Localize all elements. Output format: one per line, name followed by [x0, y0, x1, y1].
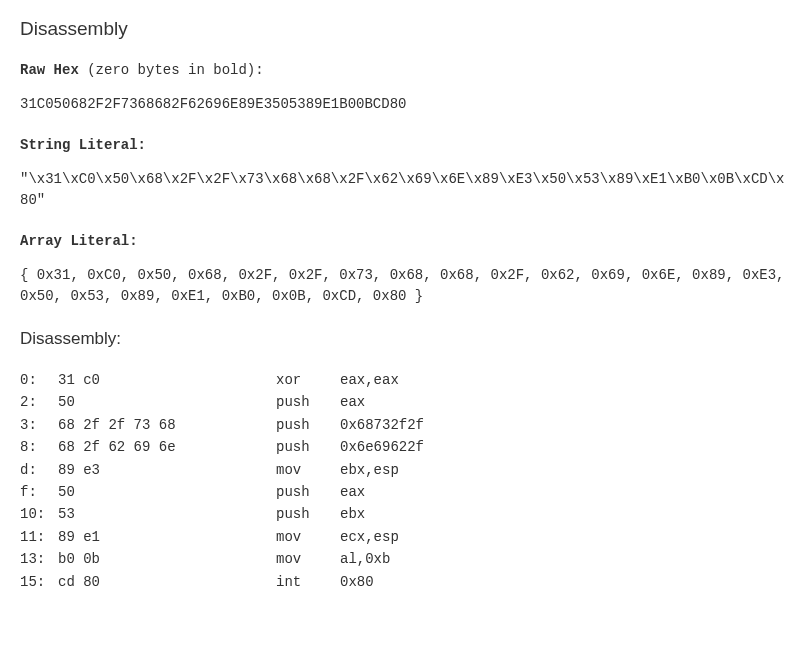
string-literal-value: "\x31\xC0\x50\x68\x2F\x2F\x73\x68\x68\x2… [20, 169, 787, 211]
disasm-mnemonic: mov [276, 548, 340, 570]
disasm-operands: al,0xb [340, 548, 390, 570]
array-literal-value: { 0x31, 0xC0, 0x50, 0x68, 0x2F, 0x2F, 0x… [20, 265, 787, 307]
disasm-row: f:50pusheax [20, 481, 787, 503]
disasm-bytes: 53 [58, 503, 276, 525]
disasm-operands: eax [340, 481, 365, 503]
disasm-offset: 8: [20, 436, 58, 458]
disasm-mnemonic: mov [276, 459, 340, 481]
array-literal-label: Array Literal: [20, 233, 787, 249]
disasm-row: 8:68 2f 62 69 6epush0x6e69622f [20, 436, 787, 458]
page-title: Disassembly [20, 18, 787, 40]
disasm-bytes: 89 e3 [58, 459, 276, 481]
disasm-bytes: 50 [58, 481, 276, 503]
disasm-row: 0:31 c0xoreax,eax [20, 369, 787, 391]
disasm-operands: 0x6e69622f [340, 436, 424, 458]
disasm-mnemonic: push [276, 391, 340, 413]
disasm-operands: ecx,esp [340, 526, 399, 548]
disasm-offset: 0: [20, 369, 58, 391]
disasm-row: 15:cd 80int0x80 [20, 571, 787, 593]
raw-hex-value: 31C050682F2F7368682F62696E89E3505389E1B0… [20, 94, 787, 115]
disasm-operands: eax,eax [340, 369, 399, 391]
disasm-offset: 11: [20, 526, 58, 548]
disasm-offset: 10: [20, 503, 58, 525]
disasm-operands: ebx [340, 503, 365, 525]
disasm-mnemonic: xor [276, 369, 340, 391]
disasm-operands: ebx,esp [340, 459, 399, 481]
string-literal-label: String Literal: [20, 137, 787, 153]
disasm-offset: d: [20, 459, 58, 481]
disasm-bytes: 89 e1 [58, 526, 276, 548]
disasm-row: 13:b0 0bmoval,0xb [20, 548, 787, 570]
disasm-bytes: 50 [58, 391, 276, 413]
disasm-row: 11:89 e1movecx,esp [20, 526, 787, 548]
disasm-mnemonic: push [276, 503, 340, 525]
disasm-operands: 0x80 [340, 571, 374, 593]
disasm-operands: 0x68732f2f [340, 414, 424, 436]
disasm-row: 10:53pushebx [20, 503, 787, 525]
disasm-bytes: 68 2f 62 69 6e [58, 436, 276, 458]
disasm-offset: 3: [20, 414, 58, 436]
disasm-bytes: 31 c0 [58, 369, 276, 391]
disasm-offset: 15: [20, 571, 58, 593]
disasm-mnemonic: push [276, 481, 340, 503]
disassembly-heading: Disassembly: [20, 329, 787, 349]
disasm-mnemonic: int [276, 571, 340, 593]
disasm-mnemonic: push [276, 436, 340, 458]
disasm-row: 2:50pusheax [20, 391, 787, 413]
disasm-row: 3:68 2f 2f 73 68push0x68732f2f [20, 414, 787, 436]
raw-hex-label: Raw Hex (zero bytes in bold): [20, 62, 787, 78]
raw-hex-label-bold: Raw Hex [20, 62, 79, 78]
disasm-bytes: cd 80 [58, 571, 276, 593]
disasm-offset: 13: [20, 548, 58, 570]
disasm-mnemonic: push [276, 414, 340, 436]
raw-hex-label-note: (zero bytes in bold): [79, 62, 264, 78]
disasm-offset: f: [20, 481, 58, 503]
disasm-mnemonic: mov [276, 526, 340, 548]
disasm-bytes: 68 2f 2f 73 68 [58, 414, 276, 436]
disassembly-table: 0:31 c0xoreax,eax2:50pusheax3:68 2f 2f 7… [20, 369, 787, 593]
disasm-offset: 2: [20, 391, 58, 413]
disasm-bytes: b0 0b [58, 548, 276, 570]
disasm-row: d:89 e3movebx,esp [20, 459, 787, 481]
disasm-operands: eax [340, 391, 365, 413]
